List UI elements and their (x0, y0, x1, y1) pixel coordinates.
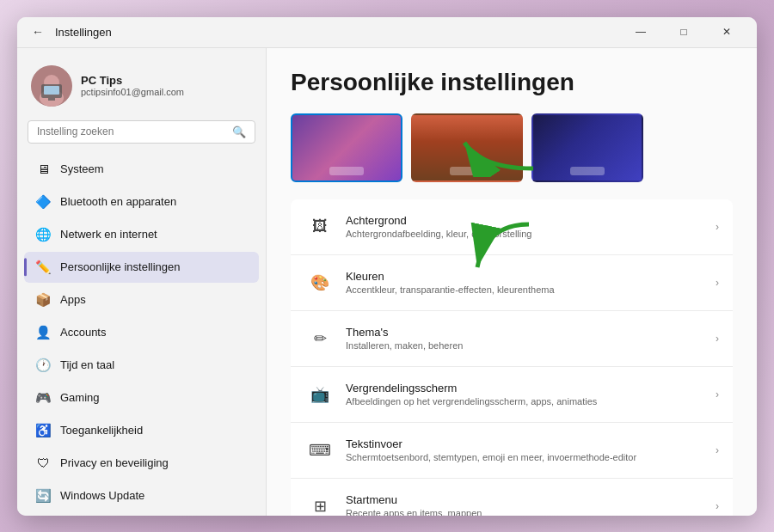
sidebar-item-gaming[interactable]: 🎮 Gaming (24, 382, 259, 413)
kleuren-title: Kleuren (346, 270, 716, 283)
sidebar-item-toegankelijkheid[interactable]: ♿ Toegankelijkheid (24, 415, 259, 446)
sidebar-item-tijd[interactable]: 🕐 Tijd en taal (24, 350, 259, 381)
svg-rect-5 (48, 98, 55, 101)
gaming-icon: 🎮 (34, 389, 52, 407)
themas-icon: ✏ (304, 323, 335, 354)
accounts-icon: 👤 (34, 324, 52, 341)
main-content: Persoonlijke instellingen 🖼 Acht (267, 48, 757, 516)
page-title: Persoonlijke instellingen (291, 69, 733, 96)
privacy-icon: 🛡 (34, 455, 52, 472)
achtergrond-icon: 🖼 (304, 211, 335, 242)
sidebar-item-bluetooth[interactable]: 🔷 Bluetooth en apparaten (24, 187, 259, 217)
startmenu-desc: Recente apps en items, mappen (346, 508, 716, 516)
sidebar: PC Tips pctipsinfo01@gmail.com 🔍 🖥 Syste… (17, 48, 267, 516)
apps-icon: 📦 (34, 291, 52, 309)
vergrendeling-title: Vergrendelingsscherm (346, 382, 716, 394)
settings-item-kleuren[interactable]: 🎨 Kleuren Accentkleur, transparantie-eff… (291, 255, 733, 311)
wallpaper-thumb-2[interactable] (411, 113, 523, 182)
tekstinvoer-chevron: › (716, 444, 719, 456)
avatar (31, 65, 72, 107)
achtergrond-desc: Achtergrondafbeelding, kleur, diavoorste… (346, 229, 716, 239)
sidebar-label-gaming: Gaming (60, 391, 100, 404)
settings-item-themas[interactable]: ✏ Thema's Installeren, maken, beheren › (291, 311, 733, 367)
kleuren-chevron: › (716, 277, 719, 289)
svg-rect-4 (44, 86, 59, 95)
tekstinvoer-title: Tekstinvoer (346, 437, 716, 450)
tekstinvoer-icon: ⌨ (304, 435, 335, 466)
startmenu-icon: ⊞ (304, 491, 335, 516)
window-title: Instellingen (55, 26, 112, 39)
back-button[interactable]: ← (28, 21, 48, 42)
settings-list: 🖼 Achtergrond Achtergrondafbeelding, kle… (291, 199, 733, 516)
sidebar-item-persoonlijk[interactable]: ✏️ Persoonlijke instellingen (24, 252, 259, 283)
sidebar-item-apps[interactable]: 📦 Apps (24, 284, 259, 315)
kleuren-desc: Accentkleur, transparantie-effecten, kle… (346, 284, 716, 295)
settings-item-tekstinvoer[interactable]: ⌨ Tekstinvoer Schermtoetsenbord, stemtyp… (291, 423, 733, 479)
window-controls: — □ ✕ (621, 18, 746, 46)
close-button[interactable]: ✕ (707, 18, 746, 46)
bluetooth-icon: 🔷 (34, 193, 52, 211)
search-input[interactable] (37, 125, 232, 138)
themas-desc: Installeren, maken, beheren (346, 340, 716, 351)
sidebar-label-netwerk: Netwerk en internet (60, 228, 157, 241)
settings-item-vergrendeling[interactable]: 📺 Vergrendelingsscherm Afbeeldingen op h… (291, 367, 733, 423)
minimize-button[interactable]: — (621, 18, 660, 46)
user-name: PC Tips (81, 74, 184, 87)
sidebar-label-windows-update: Windows Update (60, 489, 144, 502)
sidebar-item-systeem[interactable]: 🖥 Systeem (24, 154, 259, 185)
windows-update-icon: 🔄 (34, 487, 52, 504)
settings-item-achtergrond[interactable]: 🖼 Achtergrond Achtergrondafbeelding, kle… (291, 199, 733, 255)
sidebar-item-windows-update[interactable]: 🔄 Windows Update (24, 480, 259, 511)
achtergrond-text: Achtergrond Achtergrondafbeelding, kleur… (346, 214, 716, 239)
settings-item-startmenu[interactable]: ⊞ Startmenu Recente apps en items, mappe… (291, 479, 733, 516)
netwerk-icon: 🌐 (34, 226, 52, 243)
search-box[interactable]: 🔍 (28, 120, 255, 144)
user-email: pctipsinfo01@gmail.com (81, 87, 184, 97)
wallpaper-thumb-3[interactable] (531, 113, 643, 182)
sidebar-label-accounts: Accounts (60, 326, 106, 339)
vergrendeling-desc: Afbeeldingen op het vergrendelingsscherm… (346, 396, 716, 407)
startmenu-title: Startmenu (346, 493, 716, 506)
sidebar-item-netwerk[interactable]: 🌐 Netwerk en internet (24, 219, 259, 250)
vergrendeling-chevron: › (716, 388, 719, 401)
achtergrond-chevron: › (716, 221, 719, 233)
toegankelijkheid-icon: ♿ (34, 422, 52, 439)
themas-chevron: › (716, 333, 719, 345)
user-info: PC Tips pctipsinfo01@gmail.com (81, 74, 184, 97)
vergrendeling-icon: 📺 (304, 379, 335, 410)
sidebar-item-privacy[interactable]: 🛡 Privacy en beveiliging (24, 448, 259, 479)
themas-title: Thema's (346, 326, 716, 339)
kleuren-text: Kleuren Accentkleur, transparantie-effec… (346, 270, 716, 295)
sidebar-label-systeem: Systeem (60, 162, 104, 175)
systeem-icon: 🖥 (34, 161, 52, 178)
search-icon: 🔍 (232, 125, 246, 138)
wallpaper-thumb-1[interactable] (291, 113, 402, 182)
sidebar-label-privacy: Privacy en beveiliging (60, 456, 169, 469)
user-profile: PC Tips pctipsinfo01@gmail.com (24, 58, 259, 120)
wallpaper-thumbnails (291, 113, 733, 182)
tekstinvoer-text: Tekstinvoer Schermtoetsenbord, stemtypen… (346, 437, 716, 462)
sidebar-label-toegankelijkheid: Toegankelijkheid (60, 424, 143, 437)
sidebar-label-bluetooth: Bluetooth en apparaten (60, 195, 176, 208)
startmenu-chevron: › (716, 500, 719, 512)
sidebar-label-tijd: Tijd en taal (60, 358, 114, 371)
themas-text: Thema's Installeren, maken, beheren (346, 326, 716, 351)
sidebar-item-accounts[interactable]: 👤 Accounts (24, 317, 259, 348)
sidebar-label-persoonlijk: Persoonlijke instellingen (60, 260, 180, 273)
kleuren-icon: 🎨 (304, 267, 335, 298)
achtergrond-title: Achtergrond (346, 214, 716, 227)
tekstinvoer-desc: Schermtoetsenbord, stemtypen, emoji en m… (346, 452, 716, 462)
title-bar: ← Instellingen — □ ✕ (17, 17, 757, 48)
content-area: PC Tips pctipsinfo01@gmail.com 🔍 🖥 Syste… (17, 48, 757, 516)
sidebar-label-apps: Apps (60, 293, 86, 306)
persoonlijk-icon: ✏️ (34, 259, 52, 276)
startmenu-text: Startmenu Recente apps en items, mappen (346, 493, 716, 516)
vergrendeling-text: Vergrendelingsscherm Afbeeldingen op het… (346, 382, 716, 407)
maximize-button[interactable]: □ (664, 18, 703, 46)
tijd-icon: 🕐 (34, 357, 52, 374)
settings-window: ← Instellingen — □ ✕ (17, 17, 757, 516)
